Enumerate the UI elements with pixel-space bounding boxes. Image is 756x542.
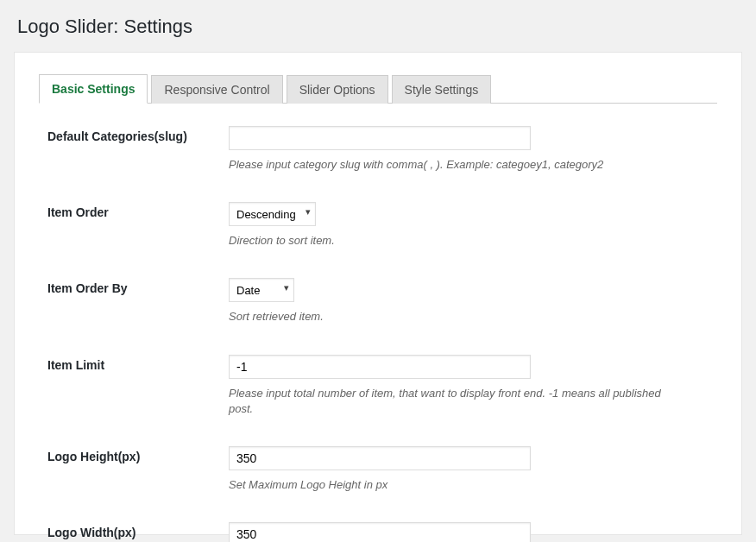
label-item-order: Item Order — [47, 202, 229, 219]
input-logo-width[interactable] — [229, 522, 531, 542]
field-logo-height: Logo Height(px) Set Maximum Logo Height … — [39, 446, 717, 493]
field-default-categories: Default Categories(slug) Please input ca… — [39, 126, 717, 173]
field-item-order: Item Order Descending Direction to sort … — [39, 202, 717, 249]
desc-item-order-by: Sort retrieved item. — [229, 309, 677, 325]
tabs-nav: Basic Settings Responsive Control Slider… — [39, 73, 717, 104]
input-item-limit[interactable] — [229, 355, 531, 379]
field-logo-width: Logo Width(px) — [39, 522, 717, 542]
field-item-order-by: Item Order By Date Sort retrieved item. — [39, 278, 717, 325]
label-item-order-by: Item Order By — [47, 278, 229, 295]
tab-slider-options[interactable]: Slider Options — [287, 75, 388, 104]
input-default-categories[interactable] — [229, 126, 531, 150]
desc-item-limit: Please input total number of item, that … — [229, 386, 677, 417]
label-item-limit: Item Limit — [47, 355, 229, 372]
select-item-order-by[interactable]: Date — [229, 278, 294, 302]
label-logo-height: Logo Height(px) — [47, 446, 229, 463]
desc-item-order: Direction to sort item. — [229, 233, 677, 249]
select-item-order[interactable]: Descending — [229, 202, 316, 226]
tab-responsive-control[interactable]: Responsive Control — [151, 75, 282, 104]
desc-logo-height: Set Maximum Logo Height in px — [229, 477, 677, 493]
input-logo-height[interactable] — [229, 446, 531, 470]
label-default-categories: Default Categories(slug) — [47, 126, 229, 143]
tab-basic-settings[interactable]: Basic Settings — [39, 74, 148, 104]
desc-default-categories: Please input category slug with comma( ,… — [229, 157, 677, 173]
field-item-limit: Item Limit Please input total number of … — [39, 355, 717, 417]
label-logo-width: Logo Width(px) — [47, 522, 229, 539]
settings-panel: Basic Settings Responsive Control Slider… — [14, 52, 742, 535]
page-title: Logo Slider: Settings — [0, 0, 756, 52]
tab-style-settings[interactable]: Style Settings — [392, 75, 492, 104]
